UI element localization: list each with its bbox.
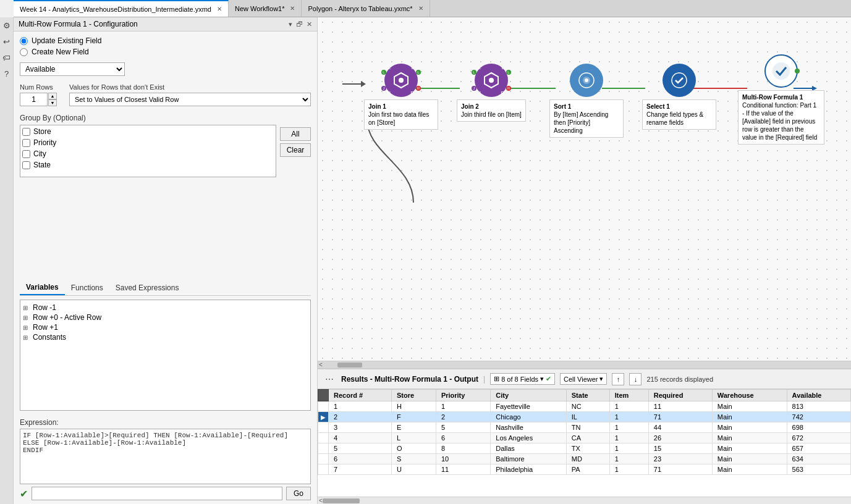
th-available[interactable]: Available [787, 390, 850, 401]
pin-icon[interactable]: ▾ [289, 20, 292, 28]
table-row[interactable]: 7U11PhiladelphiaPA171Main563 [318, 464, 851, 475]
expression-input[interactable] [32, 487, 282, 500]
th-item[interactable]: Item [609, 390, 648, 401]
port-r3: L [506, 70, 511, 75]
right-panel: L L J R L L J R Join 1 [318, 17, 851, 504]
num-rows-label: Num Rows [20, 83, 57, 91]
expand-icon-row-minus1: ⊞ [23, 304, 30, 311]
row-indicator [318, 464, 329, 475]
update-field-radio[interactable]: Update Existing Field [20, 36, 311, 45]
table-row[interactable]: 3E5NashvilleTN144Main698 [318, 422, 851, 433]
panel-title-icons: ▾ 🗗 ✕ [289, 20, 312, 28]
node-multirow1[interactable]: Multi-Row Formula 1 Conditional function… [738, 54, 824, 145]
canvas-scrollbar-thumb[interactable] [337, 363, 362, 368]
tag-icon[interactable]: 🏷 [1, 52, 12, 63]
th-store[interactable]: Store [392, 390, 436, 401]
records-count: 215 records displayed [646, 376, 713, 383]
tab-workflow1[interactable]: New Workflow1* ✕ [229, 0, 302, 17]
canvas-area[interactable]: L L J R L L J R Join 1 [318, 17, 851, 368]
tree-row-plus1[interactable]: ⊞ Row +1 [23, 322, 308, 332]
tab-functions[interactable]: Functions [65, 280, 109, 295]
tree-row-active[interactable]: ⊞ Row +0 - Active Row [23, 313, 308, 322]
group-by-store-check[interactable] [22, 128, 30, 136]
th-record[interactable]: Record # [329, 390, 392, 401]
th-state[interactable]: State [566, 390, 609, 401]
spinner-up[interactable]: ▲ [48, 93, 57, 99]
num-rows-input[interactable] [20, 93, 48, 106]
sort-down-btn[interactable]: ↓ [629, 373, 641, 385]
panel-titlebar: Multi-Row Formula 1 - Configuration ▾ 🗗 … [14, 17, 317, 32]
expression-section: Expression: IF [Row-1:Available]>[Requir… [14, 414, 317, 504]
table-row[interactable]: 5O8DallasTX115Main657 [318, 443, 851, 454]
values-select[interactable]: Set to Values of Closest Valid Row Set t… [69, 93, 311, 106]
fields-dropdown[interactable]: ⊞ 8 of 8 Fields ▾ ✔ [490, 373, 555, 385]
table-scrollbar-thumb[interactable] [323, 498, 360, 503]
port-j1: J [381, 86, 386, 91]
expression-box[interactable]: IF [Row-1:Available]>[Required] THEN [Ro… [20, 429, 311, 484]
panel-title: Multi-Row Formula 1 - Configuration [19, 20, 289, 28]
results-menu-icon[interactable]: ⋯ [323, 373, 336, 385]
th-warehouse[interactable]: Warehouse [712, 390, 787, 401]
node-sort1[interactable]: Sort 1 By [Item] Ascending then [Priorit… [549, 64, 624, 138]
sort-up-btn[interactable]: ↑ [612, 373, 624, 385]
tab-week14-label: Week 14 - Analytics_WarehouseDistributio… [20, 6, 211, 13]
num-rows-input-wrap: ▲ ▼ [20, 93, 57, 106]
tree-row-minus1[interactable]: ⊞ Row -1 [23, 303, 308, 313]
create-field-radio[interactable]: Create New Field [20, 48, 311, 56]
table-row[interactable]: 6S10BaltimoreMD123Main634 [318, 454, 851, 464]
table-row[interactable]: 1H1FayettevilleNC111Main813 [318, 401, 851, 412]
canvas-scrollbar[interactable]: < [318, 361, 851, 368]
scroll-left-icon[interactable]: < [319, 361, 323, 368]
tab-polygon-close[interactable]: ✕ [418, 5, 423, 12]
svg-point-8 [672, 73, 687, 88]
input-arrow [342, 81, 366, 87]
tool-icon[interactable]: ⚙ [1, 20, 12, 31]
cell-viewer-dropdown[interactable]: Cell Viewer ▾ [560, 373, 607, 385]
spinner-down[interactable]: ▼ [48, 99, 57, 106]
svg-point-2 [399, 78, 404, 83]
all-button[interactable]: All [280, 127, 311, 141]
data-table: Record # Store Priority City State Item … [318, 389, 851, 475]
node-join2-label: Join 2 Join third file on [Item] [457, 99, 526, 122]
tab-workflow1-close[interactable]: ✕ [290, 5, 295, 12]
group-by-city-check[interactable] [22, 150, 30, 158]
group-by-priority-check[interactable] [22, 139, 30, 147]
node-join2[interactable]: L L J R L L J R Join 2 Join third file o… [457, 64, 526, 122]
tab-polygon-label: Polygon - Alteryx to Tableau.yxmc* [308, 5, 412, 12]
node-multirow1-label: Multi-Row Formula 1 Conditional function… [738, 90, 824, 145]
tab-variables[interactable]: Variables [20, 280, 65, 295]
row-indicator [318, 454, 329, 464]
config-panel: Multi-Row Formula 1 - Configuration ▾ 🗗 … [14, 17, 318, 504]
config-body: Update Existing Field Create New Field A… [14, 32, 317, 280]
dock-icon[interactable]: 🗗 [296, 20, 303, 28]
node-join1-label: Join 1 Join first two data files on [Sto… [364, 99, 438, 130]
go-button[interactable]: Go [286, 487, 311, 500]
field-select[interactable]: Available Store Priority City State Item… [20, 62, 125, 76]
data-table-wrap[interactable]: Record # Store Priority City State Item … [318, 389, 851, 497]
th-priority[interactable]: Priority [436, 390, 490, 401]
node-select1[interactable]: Select 1 Change field types & rename fie… [642, 64, 716, 130]
port-r1: L [416, 70, 421, 75]
tab-polygon[interactable]: Polygon - Alteryx to Tableau.yxmc* ✕ [302, 0, 430, 17]
node-join1[interactable]: L L J R L L J R Join 1 [364, 64, 438, 130]
tab-week14[interactable]: Week 14 - Analytics_WarehouseDistributio… [14, 0, 229, 17]
table-scrollbar-h[interactable]: < [318, 497, 851, 504]
close-panel-icon[interactable]: ✕ [307, 20, 312, 28]
group-by-state-check[interactable] [22, 161, 30, 169]
clear-button[interactable]: Clear [280, 143, 311, 157]
arrow-icon[interactable]: ↩ [1, 36, 12, 47]
table-scroll-left[interactable]: < [319, 497, 323, 504]
tab-saved-expressions[interactable]: Saved Expressions [109, 280, 185, 295]
table-row[interactable]: 4L6Los AngelesCA126Main672 [318, 433, 851, 443]
th-required[interactable]: Required [648, 390, 712, 401]
help-icon[interactable]: ? [1, 68, 12, 79]
fields-label: 8 of 8 Fields [501, 376, 538, 383]
group-by-box: Store Priority City State [20, 125, 276, 177]
th-city[interactable]: City [491, 390, 567, 401]
tree-constants[interactable]: ⊞ Constants [23, 332, 308, 342]
group-by-store: Store [22, 127, 274, 136]
table-row[interactable]: ▶2F2ChicagoIL171Main742 [318, 412, 851, 422]
var-tree: ⊞ Row -1 ⊞ Row +0 - Active Row ⊞ Row +1 … [20, 300, 311, 411]
tab-week14-close[interactable]: ✕ [217, 6, 222, 12]
cell-viewer-label: Cell Viewer [564, 376, 598, 383]
